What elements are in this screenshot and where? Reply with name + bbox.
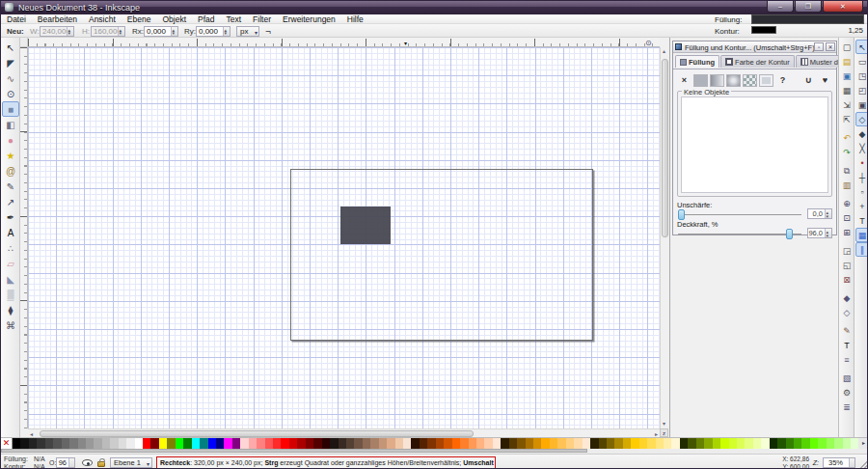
paste-icon[interactable]: ▥	[840, 178, 854, 192]
color-swatch[interactable]	[834, 438, 842, 449]
color-swatch[interactable]	[297, 438, 305, 449]
color-swatch[interactable]	[704, 438, 712, 449]
no-color-swatch[interactable]: ✕	[1, 438, 13, 449]
height-field[interactable]: 160,000	[91, 26, 125, 37]
fill-pattern-button[interactable]	[743, 74, 757, 87]
color-swatch[interactable]	[346, 438, 354, 449]
menu-item[interactable]: Ansicht	[83, 14, 122, 24]
pencil-tool[interactable]: ✎	[2, 179, 19, 194]
statusbar-fill-value[interactable]: N/A	[34, 455, 45, 462]
color-swatch[interactable]	[557, 438, 565, 449]
color-swatch[interactable]	[273, 438, 281, 449]
vertical-ruler[interactable]	[20, 47, 28, 428]
menu-item[interactable]: Erweiterungen	[277, 14, 341, 24]
snap-cusp-icon[interactable]: •	[855, 155, 868, 170]
new-document-icon[interactable]: ▢	[840, 40, 854, 54]
fill-unknown-button[interactable]: ?	[775, 74, 790, 87]
window-resize-grip[interactable]	[858, 459, 868, 469]
spray-tool[interactable]: ∴	[2, 240, 19, 256]
layer-select[interactable]: Ebene 1	[110, 457, 152, 468]
vertical-scroll-thumb[interactable]	[662, 59, 668, 237]
color-swatch[interactable]	[452, 438, 460, 449]
color-swatch[interactable]	[69, 438, 77, 449]
color-swatch[interactable]	[770, 438, 777, 449]
color-swatch[interactable]	[379, 438, 387, 449]
color-swatch[interactable]	[574, 438, 582, 449]
zoom-drawing-icon[interactable]: ⊡	[840, 210, 854, 225]
fill-none-button[interactable]: ×	[677, 74, 692, 87]
color-swatch[interactable]	[639, 438, 647, 449]
tab-fill[interactable]: Füllung	[675, 55, 719, 68]
color-swatch[interactable]	[200, 438, 207, 449]
color-swatch[interactable]	[664, 438, 671, 449]
color-swatch[interactable]	[444, 438, 451, 449]
menu-item[interactable]: Hilfe	[341, 14, 369, 24]
color-swatch[interactable]	[126, 438, 134, 449]
color-swatch[interactable]	[614, 438, 622, 449]
snap-midpoint-icon[interactable]: ┼	[855, 170, 868, 184]
snap-intersection-icon[interactable]: ╳	[855, 141, 868, 155]
color-swatch[interactable]	[501, 438, 508, 449]
color-swatch[interactable]	[533, 438, 541, 449]
color-swatch[interactable]	[257, 438, 264, 449]
snap-path-icon[interactable]: ◆	[855, 126, 868, 141]
print-icon[interactable]: ▦	[840, 83, 854, 97]
dock-close-button[interactable]: ✕	[826, 42, 835, 51]
color-swatch[interactable]	[306, 438, 313, 449]
group-icon[interactable]: ◆	[840, 290, 854, 305]
blur-spinbox[interactable]: 0,0	[807, 208, 832, 219]
color-swatch[interactable]	[713, 438, 720, 449]
gradient-tool[interactable]: ▒	[2, 287, 19, 302]
color-swatch[interactable]	[37, 438, 44, 449]
snap-grid-icon[interactable]: ▦	[855, 228, 868, 242]
color-swatch[interactable]	[94, 438, 101, 449]
snap-bbox-corner-icon[interactable]: ◰	[855, 83, 868, 97]
color-swatch[interactable]	[183, 438, 191, 449]
dropper-tool[interactable]: ⧫	[2, 302, 19, 317]
canvas[interactable]	[28, 47, 660, 428]
color-swatch[interactable]	[753, 438, 761, 449]
title-bar[interactable]: Neues Dokument 38 - Inkscape – ❐ ✕	[1, 1, 868, 14]
color-swatch[interactable]	[143, 438, 150, 449]
drawn-rectangle[interactable]	[340, 207, 391, 244]
color-swatch[interactable]	[395, 438, 403, 449]
fill-stroke-dialog-icon[interactable]: ✎	[840, 323, 854, 338]
opacity-slider[interactable]	[678, 234, 801, 234]
color-swatch[interactable]	[330, 438, 338, 449]
color-swatch[interactable]	[265, 438, 273, 449]
palette-scroll-arrow-icon[interactable]: ▸	[858, 438, 868, 449]
clone-icon[interactable]: ◱	[840, 258, 854, 272]
unit-select[interactable]: px	[236, 26, 259, 37]
horizontal-ruler[interactable]	[28, 38, 660, 47]
dialog-title-bar[interactable]: Füllung und Kontur... (Umschalt+Strg+F) …	[673, 41, 836, 53]
color-swatch[interactable]	[526, 438, 533, 449]
color-swatch[interactable]	[607, 438, 614, 449]
menu-item[interactable]: Bearbeiten	[32, 14, 83, 24]
color-swatch[interactable]	[289, 438, 297, 449]
ungroup-icon[interactable]: ◇	[840, 305, 854, 319]
color-swatch[interactable]	[566, 438, 574, 449]
tab-stroke-paint[interactable]: Farbe der Kontur	[720, 55, 795, 68]
color-swatch[interactable]	[232, 438, 240, 449]
tweak-tool[interactable]: ∿	[2, 70, 19, 86]
snap-nodes-icon[interactable]: ◇	[855, 112, 868, 126]
color-swatch[interactable]	[403, 438, 411, 449]
statusbar-stroke-value[interactable]: N/A	[34, 463, 45, 469]
rectangle-tool[interactable]: ■	[2, 101, 19, 117]
color-swatch[interactable]	[354, 438, 362, 449]
color-swatch[interactable]	[720, 438, 728, 449]
menu-item[interactable]: Datei	[1, 14, 32, 24]
fill-linear-gradient-button[interactable]	[710, 74, 724, 87]
color-swatch[interactable]	[469, 438, 476, 449]
color-swatch[interactable]	[827, 438, 834, 449]
color-swatch[interactable]	[590, 438, 598, 449]
color-swatch[interactable]	[493, 438, 501, 449]
color-swatch[interactable]	[541, 438, 549, 449]
palette-scroll-thumb[interactable]	[1, 449, 587, 453]
fill-indicator-swatch[interactable]	[751, 14, 864, 24]
color-swatch[interactable]	[786, 438, 794, 449]
fill-swatch-button[interactable]	[759, 74, 773, 87]
box3d-tool[interactable]: ◧	[2, 117, 19, 132]
scroll-corner-button[interactable]: z	[660, 428, 668, 437]
spiral-tool[interactable]: @	[2, 163, 19, 179]
